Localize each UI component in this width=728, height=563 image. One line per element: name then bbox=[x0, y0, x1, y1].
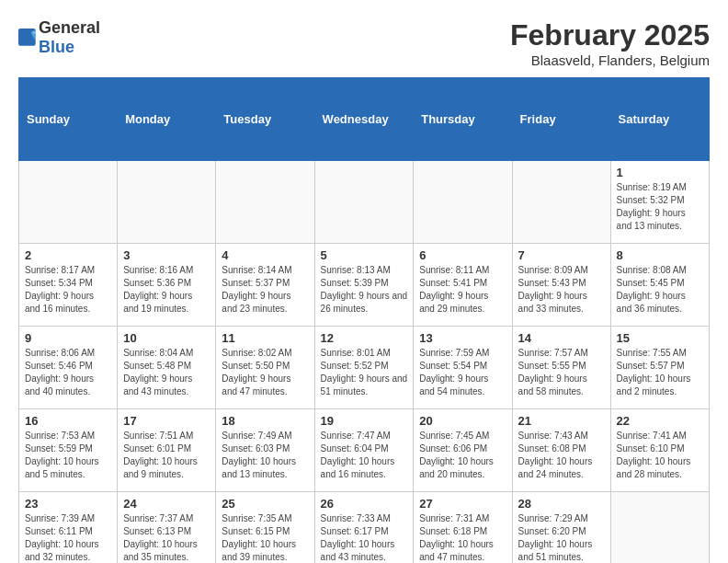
day-info: Sunrise: 8:19 AM Sunset: 5:32 PM Dayligh… bbox=[617, 181, 703, 233]
day-info: Sunrise: 8:01 AM Sunset: 5:52 PM Dayligh… bbox=[321, 347, 408, 398]
calendar-cell: 25Sunrise: 7:35 AM Sunset: 6:15 PM Dayli… bbox=[216, 492, 314, 564]
calendar-cell: 10Sunrise: 8:04 AM Sunset: 5:48 PM Dayli… bbox=[118, 327, 216, 409]
logo-icon bbox=[18, 29, 37, 47]
calendar-cell: 19Sunrise: 7:47 AM Sunset: 6:04 PM Dayli… bbox=[314, 409, 414, 492]
calendar-cell: 3Sunrise: 8:16 AM Sunset: 5:36 PM Daylig… bbox=[118, 244, 216, 327]
calendar-week-row: 16Sunrise: 7:53 AM Sunset: 5:59 PM Dayli… bbox=[19, 409, 710, 492]
calendar-cell bbox=[414, 161, 512, 244]
day-of-week-header: Tuesday bbox=[216, 78, 314, 161]
calendar-week-row: 23Sunrise: 7:39 AM Sunset: 6:11 PM Dayli… bbox=[19, 492, 710, 564]
day-number: 6 bbox=[419, 248, 506, 262]
day-number: 3 bbox=[123, 248, 210, 262]
day-info: Sunrise: 7:33 AM Sunset: 6:17 PM Dayligh… bbox=[321, 512, 408, 563]
day-of-week-header: Monday bbox=[118, 78, 216, 161]
day-of-week-header: Friday bbox=[512, 78, 610, 161]
month-title: February 2025 bbox=[510, 18, 710, 52]
day-number: 24 bbox=[123, 497, 210, 511]
calendar-cell: 17Sunrise: 7:51 AM Sunset: 6:01 PM Dayli… bbox=[118, 409, 216, 492]
calendar-cell: 14Sunrise: 7:57 AM Sunset: 5:55 PM Dayli… bbox=[512, 327, 610, 409]
day-number: 16 bbox=[25, 414, 111, 428]
calendar-header-row: SundayMondayTuesdayWednesdayThursdayFrid… bbox=[19, 78, 710, 161]
day-number: 18 bbox=[222, 414, 308, 428]
calendar-cell: 1Sunrise: 8:19 AM Sunset: 5:32 PM Daylig… bbox=[610, 161, 709, 244]
calendar-cell: 2Sunrise: 8:17 AM Sunset: 5:34 PM Daylig… bbox=[19, 244, 118, 327]
calendar-cell: 24Sunrise: 7:37 AM Sunset: 6:13 PM Dayli… bbox=[118, 492, 216, 564]
day-number: 20 bbox=[419, 414, 506, 428]
day-info: Sunrise: 8:17 AM Sunset: 5:34 PM Dayligh… bbox=[25, 264, 111, 316]
day-number: 26 bbox=[321, 497, 408, 511]
calendar-cell: 7Sunrise: 8:09 AM Sunset: 5:43 PM Daylig… bbox=[512, 244, 610, 327]
day-number: 12 bbox=[321, 331, 408, 345]
calendar-cell bbox=[512, 161, 610, 244]
calendar-cell bbox=[216, 161, 314, 244]
calendar-cell: 27Sunrise: 7:31 AM Sunset: 6:18 PM Dayli… bbox=[414, 492, 512, 564]
day-info: Sunrise: 8:14 AM Sunset: 5:37 PM Dayligh… bbox=[222, 264, 308, 316]
day-info: Sunrise: 7:41 AM Sunset: 6:10 PM Dayligh… bbox=[617, 430, 703, 481]
calendar-cell: 22Sunrise: 7:41 AM Sunset: 6:10 PM Dayli… bbox=[610, 409, 709, 492]
day-number: 10 bbox=[123, 331, 210, 345]
day-number: 27 bbox=[419, 497, 506, 511]
location-title: Blaasveld, Flanders, Belgium bbox=[510, 52, 710, 68]
day-number: 25 bbox=[222, 497, 308, 511]
calendar-cell: 20Sunrise: 7:45 AM Sunset: 6:06 PM Dayli… bbox=[414, 409, 512, 492]
day-number: 8 bbox=[617, 248, 703, 262]
calendar-cell: 8Sunrise: 8:08 AM Sunset: 5:45 PM Daylig… bbox=[610, 244, 709, 327]
day-number: 23 bbox=[25, 497, 111, 511]
day-number: 4 bbox=[222, 248, 308, 262]
day-info: Sunrise: 7:29 AM Sunset: 6:20 PM Dayligh… bbox=[518, 512, 605, 563]
day-info: Sunrise: 8:11 AM Sunset: 5:41 PM Dayligh… bbox=[419, 264, 506, 316]
day-number: 2 bbox=[25, 248, 111, 262]
day-number: 9 bbox=[25, 331, 111, 345]
calendar-cell: 5Sunrise: 8:13 AM Sunset: 5:39 PM Daylig… bbox=[314, 244, 414, 327]
day-number: 14 bbox=[518, 331, 605, 345]
calendar-cell bbox=[19, 161, 118, 244]
calendar-cell bbox=[118, 161, 216, 244]
day-info: Sunrise: 7:53 AM Sunset: 5:59 PM Dayligh… bbox=[25, 430, 111, 481]
day-info: Sunrise: 7:39 AM Sunset: 6:11 PM Dayligh… bbox=[25, 512, 111, 563]
day-number: 5 bbox=[321, 248, 408, 262]
calendar-cell: 13Sunrise: 7:59 AM Sunset: 5:54 PM Dayli… bbox=[414, 327, 512, 409]
day-of-week-header: Saturday bbox=[610, 78, 709, 161]
calendar-cell: 11Sunrise: 8:02 AM Sunset: 5:50 PM Dayli… bbox=[216, 327, 314, 409]
day-info: Sunrise: 7:31 AM Sunset: 6:18 PM Dayligh… bbox=[419, 512, 506, 563]
day-number: 7 bbox=[518, 248, 605, 262]
day-number: 11 bbox=[222, 331, 308, 345]
day-of-week-header: Sunday bbox=[19, 78, 118, 161]
calendar-cell: 18Sunrise: 7:49 AM Sunset: 6:03 PM Dayli… bbox=[216, 409, 314, 492]
day-number: 17 bbox=[123, 414, 210, 428]
day-info: Sunrise: 7:43 AM Sunset: 6:08 PM Dayligh… bbox=[518, 430, 605, 481]
day-number: 15 bbox=[617, 331, 703, 345]
day-info: Sunrise: 7:45 AM Sunset: 6:06 PM Dayligh… bbox=[419, 430, 506, 481]
day-number: 28 bbox=[518, 497, 605, 511]
day-info: Sunrise: 7:37 AM Sunset: 6:13 PM Dayligh… bbox=[123, 512, 210, 563]
day-info: Sunrise: 8:13 AM Sunset: 5:39 PM Dayligh… bbox=[321, 264, 408, 316]
calendar-cell: 26Sunrise: 7:33 AM Sunset: 6:17 PM Dayli… bbox=[314, 492, 414, 564]
calendar-cell: 23Sunrise: 7:39 AM Sunset: 6:11 PM Dayli… bbox=[19, 492, 118, 564]
page-header: General Blue February 2025 Blaasveld, Fl… bbox=[18, 18, 710, 68]
calendar-table: SundayMondayTuesdayWednesdayThursdayFrid… bbox=[18, 77, 710, 563]
logo-blue-text: Blue bbox=[39, 38, 100, 57]
day-number: 21 bbox=[518, 414, 605, 428]
day-info: Sunrise: 7:55 AM Sunset: 5:57 PM Dayligh… bbox=[617, 347, 703, 398]
day-info: Sunrise: 7:51 AM Sunset: 6:01 PM Dayligh… bbox=[123, 430, 210, 481]
day-info: Sunrise: 7:59 AM Sunset: 5:54 PM Dayligh… bbox=[419, 347, 506, 398]
day-of-week-header: Wednesday bbox=[314, 78, 414, 161]
day-info: Sunrise: 7:47 AM Sunset: 6:04 PM Dayligh… bbox=[321, 430, 408, 481]
logo-general-text: General bbox=[39, 18, 100, 38]
calendar-cell: 15Sunrise: 7:55 AM Sunset: 5:57 PM Dayli… bbox=[610, 327, 709, 409]
day-info: Sunrise: 8:06 AM Sunset: 5:46 PM Dayligh… bbox=[25, 347, 111, 398]
calendar-cell bbox=[314, 161, 414, 244]
day-info: Sunrise: 7:49 AM Sunset: 6:03 PM Dayligh… bbox=[222, 430, 308, 481]
calendar-week-row: 1Sunrise: 8:19 AM Sunset: 5:32 PM Daylig… bbox=[19, 161, 710, 244]
day-info: Sunrise: 8:08 AM Sunset: 5:45 PM Dayligh… bbox=[617, 264, 703, 316]
calendar-cell: 4Sunrise: 8:14 AM Sunset: 5:37 PM Daylig… bbox=[216, 244, 314, 327]
day-number: 19 bbox=[321, 414, 408, 428]
day-info: Sunrise: 7:57 AM Sunset: 5:55 PM Dayligh… bbox=[518, 347, 605, 398]
day-of-week-header: Thursday bbox=[414, 78, 512, 161]
calendar-cell: 9Sunrise: 8:06 AM Sunset: 5:46 PM Daylig… bbox=[19, 327, 118, 409]
logo: General Blue bbox=[18, 18, 100, 57]
calendar-cell: 12Sunrise: 8:01 AM Sunset: 5:52 PM Dayli… bbox=[314, 327, 414, 409]
day-info: Sunrise: 8:02 AM Sunset: 5:50 PM Dayligh… bbox=[222, 347, 308, 398]
calendar-cell: 16Sunrise: 7:53 AM Sunset: 5:59 PM Dayli… bbox=[19, 409, 118, 492]
calendar-week-row: 9Sunrise: 8:06 AM Sunset: 5:46 PM Daylig… bbox=[19, 327, 710, 409]
